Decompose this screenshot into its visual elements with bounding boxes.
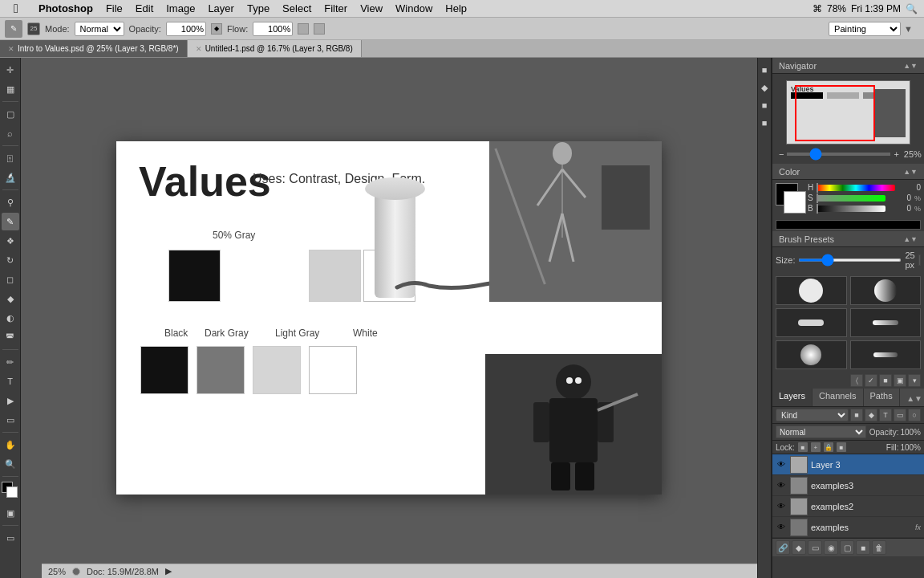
menu-layer[interactable]: Layer	[201, 0, 241, 17]
tab-paths[interactable]: Paths	[864, 389, 900, 406]
path-selection-tool[interactable]: ▶	[2, 392, 19, 409]
brush-presets-collapse-btn[interactable]: ▲▼	[903, 235, 918, 243]
bg-color-swatch[interactable]	[784, 191, 806, 214]
brush-preset-4[interactable]	[850, 308, 922, 337]
workspace-dropdown[interactable]: Painting	[829, 22, 901, 36]
hue-thumb[interactable]	[817, 183, 818, 193]
layers-menu-icon[interactable]: ▲▼	[906, 394, 922, 403]
healing-tool[interactable]: ⚲	[2, 193, 19, 211]
menu-help[interactable]: Help	[439, 0, 473, 17]
brush-panel-btn-4[interactable]: ▣	[894, 374, 906, 387]
add-mask-btn[interactable]: ▭	[808, 540, 822, 555]
fg-bg-color[interactable]	[2, 482, 19, 499]
tab-close-icon-1[interactable]: ✕	[8, 45, 14, 53]
brush-preset-5[interactable]	[776, 340, 847, 369]
navigator-thumbnail[interactable]: Values	[786, 80, 910, 144]
opacity-input[interactable]	[166, 22, 206, 36]
layers-filter-type[interactable]: T	[879, 409, 892, 421]
fg-bg-selector[interactable]	[776, 183, 808, 215]
screen-mode[interactable]: ▭	[2, 529, 19, 547]
menu-window[interactable]: Window	[389, 0, 439, 17]
history-brush-tool[interactable]: ↻	[2, 251, 19, 269]
delete-layer-btn[interactable]: 🗑	[872, 540, 886, 555]
layer-item-1[interactable]: 👁 examples3	[772, 475, 924, 496]
link-layers-btn[interactable]: 🔗	[776, 540, 790, 555]
brush-picker[interactable]: 25	[27, 22, 40, 35]
proof-color-indicator[interactable]	[72, 568, 80, 576]
lasso-tool[interactable]: ⌕	[2, 124, 19, 142]
lock-pixels-btn[interactable]: ■	[798, 442, 808, 452]
layer-eye-0[interactable]: 👁	[776, 459, 787, 470]
menu-type[interactable]: Type	[241, 0, 276, 17]
blend-mode-select[interactable]: Normal	[776, 425, 866, 438]
search-icon[interactable]: 🔍	[906, 3, 918, 14]
clone-tool[interactable]: ❖	[2, 232, 19, 250]
brush-tool-icon[interactable]: ✎	[5, 20, 22, 38]
marquee-tool[interactable]: ▢	[2, 105, 19, 123]
sat-thumb[interactable]	[817, 193, 818, 203]
workspace-selector[interactable]: Painting ▼	[829, 22, 919, 36]
quick-mask-mode[interactable]: ▣	[2, 504, 19, 522]
brush-preset-3[interactable]	[776, 308, 847, 337]
menu-view[interactable]: View	[354, 0, 389, 17]
add-style-btn[interactable]: ◆	[792, 540, 806, 555]
lock-all-btn[interactable]: 🔒	[824, 442, 833, 452]
panel-toggle-2[interactable]: ◆	[756, 79, 773, 96]
layers-filter-kind[interactable]: Kind	[776, 409, 849, 421]
background-color[interactable]	[6, 486, 18, 498]
nav-arrow[interactable]: ▶	[165, 566, 172, 576]
lock-art-btn[interactable]: ■	[837, 442, 846, 452]
airbrush-toggle[interactable]: ◆	[211, 23, 222, 35]
brush-preset-1[interactable]	[776, 276, 847, 305]
gradient-tool[interactable]: ◆	[2, 290, 19, 307]
layer-item-0[interactable]: 👁 Layer 3	[772, 454, 924, 475]
menu-photoshop[interactable]: Photoshop	[32, 0, 99, 17]
bri-thumb[interactable]	[817, 204, 818, 214]
zoom-minus-icon[interactable]: −	[779, 149, 784, 159]
brush-panel-btn-1[interactable]: 〈	[850, 374, 863, 387]
tab-untitled[interactable]: ✕ Untitled-1.psd @ 16.7% (Layer 3, RGB/8…	[188, 40, 362, 57]
brush-panel-btn-5[interactable]: ▾	[908, 374, 921, 387]
brush-create-new-btn[interactable]	[918, 254, 921, 266]
layers-filter-smart[interactable]: ○	[908, 409, 921, 421]
brush-panel-btn-2[interactable]: ✓	[865, 374, 877, 387]
menu-select[interactable]: Select	[276, 0, 318, 17]
new-layer-btn[interactable]: ■	[856, 540, 870, 555]
menu-image[interactable]: Image	[160, 0, 201, 17]
menu-file[interactable]: File	[99, 0, 129, 17]
artboard-tool[interactable]: ▦	[2, 80, 19, 98]
apple-menu[interactable]: 	[0, 2, 32, 16]
brush-tool[interactable]: ✎	[2, 213, 19, 230]
shape-tool[interactable]: ▭	[2, 411, 19, 429]
brush-preset-6[interactable]	[850, 340, 922, 369]
tab-channels[interactable]: Channels	[813, 389, 863, 406]
flow-input[interactable]	[253, 22, 293, 36]
sat-slider[interactable]	[817, 195, 886, 201]
canvas-area[interactable]: 人人素材 Values Uses: Contrast, Design, Form…	[21, 58, 757, 578]
nav-zoom-slider[interactable]	[787, 153, 890, 156]
flow-jitter-btn[interactable]	[298, 23, 309, 35]
layer-eye-3[interactable]: 👁	[776, 522, 787, 533]
hand-tool[interactable]: ✋	[2, 436, 19, 454]
layer-eye-1[interactable]: 👁	[776, 480, 787, 491]
new-group-btn[interactable]: ▢	[840, 540, 854, 555]
type-tool[interactable]: T	[2, 372, 19, 390]
lock-position-btn[interactable]: +	[811, 442, 821, 452]
eyedropper-tool[interactable]: 🔬	[2, 169, 19, 186]
panel-toggle-3[interactable]: ■	[756, 96, 773, 114]
zoom-tool[interactable]: 🔍	[2, 455, 19, 473]
brush-size-slider[interactable]	[798, 258, 902, 262]
opacity-value[interactable]: 100%	[900, 428, 921, 437]
menu-filter[interactable]: Filter	[318, 0, 354, 17]
layers-filter-shape[interactable]: ▭	[894, 409, 906, 421]
layers-filter-pixel[interactable]: ■	[850, 409, 863, 421]
color-panel-collapse-btn[interactable]: ▲▼	[903, 168, 918, 176]
layer-item-2[interactable]: 👁 examples2	[772, 496, 924, 517]
menu-edit[interactable]: Edit	[129, 0, 160, 17]
pen-tool[interactable]: ✏	[2, 353, 19, 371]
tablet-pressure-btn[interactable]	[314, 23, 325, 35]
layer-eye-2[interactable]: 👁	[776, 501, 787, 512]
dodge-tool[interactable]: ◚	[2, 328, 19, 346]
fill-value[interactable]: 100%	[900, 443, 921, 452]
layers-filter-adjust[interactable]: ◆	[865, 409, 877, 421]
